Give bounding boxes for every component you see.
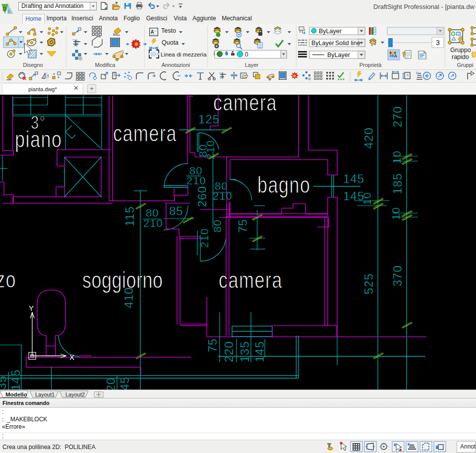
svg-text:Y: Y [29,304,34,312]
svg-text:Testo: Testo [161,27,176,34]
svg-text:220: 220 [222,341,236,362]
svg-text:Linea di mezzeria: Linea di mezzeria [161,51,207,58]
svg-text:210: 210 [186,174,206,187]
svg-text:75: 75 [206,338,219,352]
svg-text:85: 85 [169,204,183,218]
svg-text:Modello: Modello [5,392,27,397]
svg-text:X: X [69,353,74,361]
svg-text:145: 145 [343,172,364,185]
svg-text:10: 10 [361,192,373,205]
svg-text:3: 3 [436,39,440,47]
svg-text:Layout2: Layout2 [65,392,85,397]
svg-text:ByLayer: ByLayer [319,28,342,35]
svg-text:Gruppo: Gruppo [450,47,471,54]
svg-text:210: 210 [204,140,217,160]
svg-text:camera: camera [113,120,177,146]
svg-text:185: 185 [391,173,404,194]
svg-text:75: 75 [236,219,249,233]
svg-text:soggiorno: soggiorno [82,267,163,293]
svg-text:210: 210 [143,217,163,229]
svg-text:10: 10 [390,207,402,220]
svg-text:135: 135 [238,341,251,362]
svg-text:145: 145 [253,341,266,362]
svg-text:270: 270 [391,106,404,127]
svg-text:Solid line: Solid line [335,40,360,47]
svg-text:piano: piano [15,126,62,152]
svg-text:D: D [2,5,7,12]
svg-text:A: A [394,54,398,58]
svg-text:260: 260 [195,186,209,207]
svg-text:35: 35 [0,375,8,390]
svg-text:Layout1: Layout1 [35,392,55,397]
svg-text:10: 10 [391,151,403,164]
svg-text:zo: zo [0,266,16,292]
svg-text:rapido: rapido [452,54,469,60]
svg-text:115: 115 [123,206,136,226]
svg-text:E: E [416,71,418,75]
svg-text:45: 45 [118,376,131,390]
svg-text:camera: camera [213,95,277,115]
svg-text:210: 210 [213,190,233,202]
svg-text:A: A [151,29,154,35]
svg-text:0: 0 [245,51,248,58]
svg-text:370: 370 [391,265,404,286]
svg-text:145: 145 [9,369,22,390]
svg-text:bagno: bagno [257,171,311,198]
svg-text:420: 420 [362,127,375,149]
svg-text:525: 525 [362,273,375,294]
svg-text:E: E [408,442,411,447]
svg-text:20: 20 [104,377,118,390]
svg-text:Quota: Quota [162,39,178,46]
svg-text:ByLayer: ByLayer [311,40,334,47]
svg-text:ByLayer: ByLayer [327,52,350,58]
svg-text:camera: camera [219,267,283,293]
